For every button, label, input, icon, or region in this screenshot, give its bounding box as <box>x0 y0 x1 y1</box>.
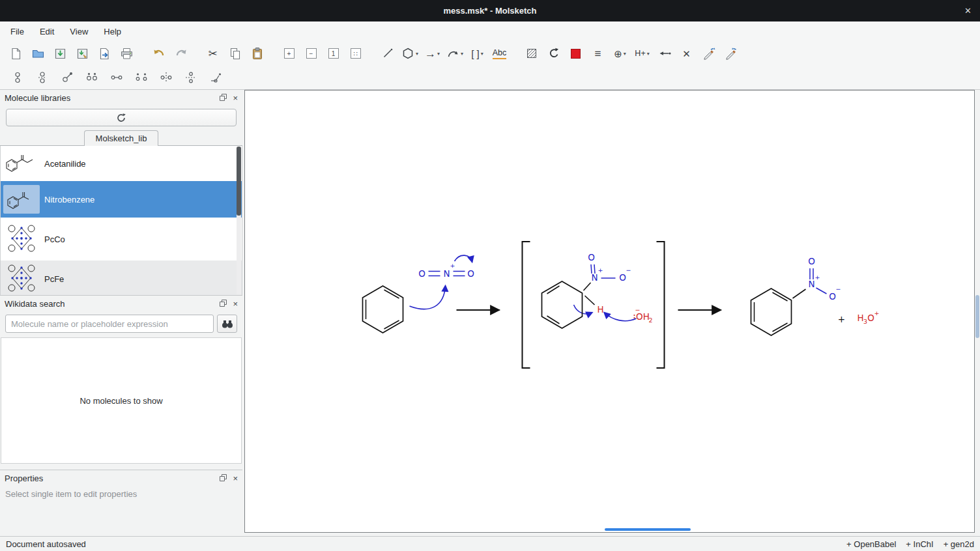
paste-button[interactable] <box>249 45 265 62</box>
redo-button[interactable] <box>173 45 189 62</box>
window-close-button[interactable]: ✕ <box>964 0 972 21</box>
ring-tool-button[interactable]: ▾ <box>401 45 418 62</box>
nitrobenzene-product[interactable]: O N + O − <box>751 256 841 335</box>
close-dock-button[interactable]: × <box>233 299 238 309</box>
split-molecule-button[interactable] <box>34 69 50 86</box>
mechanism-arrow-button[interactable]: ▾ <box>446 45 463 62</box>
vertical-scrollbar-handle[interactable] <box>975 295 979 338</box>
bracket-tool-button[interactable]: [ ]▾ <box>469 45 485 62</box>
zoom-out-button[interactable]: − <box>303 45 319 62</box>
save-button[interactable] <box>52 45 68 62</box>
charge-button[interactable]: ⊕▾ <box>612 45 628 62</box>
refresh-libraries-button[interactable] <box>6 109 237 126</box>
list-item-nitrobenzene[interactable]: Nitrobenzene <box>1 181 242 218</box>
lone-pair-icon <box>658 49 671 57</box>
save-as-button[interactable] <box>74 45 91 62</box>
library-list[interactable]: Acetanilide Nitrobenzene <box>0 146 242 295</box>
copy-button[interactable] <box>227 45 243 62</box>
nitronium-ion[interactable]: O N + O <box>418 262 474 279</box>
drawing-canvas[interactable]: O N + O <box>244 90 975 533</box>
float-dock-button[interactable] <box>220 93 227 103</box>
float-dock-icon <box>220 300 227 307</box>
flip-vertical-icon <box>184 70 198 85</box>
charge-label-plus: + <box>815 274 820 281</box>
electron-arrow[interactable] <box>410 286 446 309</box>
list-item-pcfe[interactable]: PcFe <box>1 261 242 295</box>
subscript-two: 2 <box>648 317 652 324</box>
draw-bond-button[interactable] <box>379 45 396 62</box>
swap-fragments-button[interactable] <box>83 69 100 86</box>
atom-label-o: O <box>418 268 425 279</box>
main-toolbar: ✂ + − 1 ∷ ▾ →▾ ▾ [ ]▾ Abc ≡ ⊕▾ H+▾ ✕ <box>0 41 980 66</box>
export-button[interactable] <box>96 45 113 62</box>
cut-button[interactable]: ✂ <box>205 45 221 62</box>
dropdown-arrow-icon[interactable]: ▾ <box>481 51 483 57</box>
separate-atoms-button[interactable] <box>133 69 149 86</box>
close-dock-button[interactable]: × <box>233 93 238 103</box>
zoom-fit-button[interactable]: ∷ <box>347 45 364 62</box>
dropdown-arrow-icon[interactable]: ▾ <box>416 51 418 57</box>
hydrogen-button[interactable]: H+▾ <box>634 45 650 62</box>
zoom-original-button[interactable]: 1 <box>325 45 341 62</box>
merge-molecules-icon <box>10 70 25 85</box>
molecule-thumbnail <box>3 225 40 253</box>
horizontal-scrollbar-handle[interactable] <box>605 528 691 531</box>
float-dock-button[interactable] <box>220 473 227 483</box>
list-item-acetanilide[interactable]: Acetanilide <box>1 146 242 181</box>
arrow-tool-button[interactable]: →▾ <box>424 45 440 62</box>
new-document-button[interactable] <box>8 45 24 62</box>
atom-label-h: H <box>597 304 603 315</box>
canvas-wrapper: O N + O <box>242 90 980 536</box>
auto-layout-button[interactable] <box>723 45 739 62</box>
flip-horizontal-button[interactable] <box>158 69 174 86</box>
paste-icon <box>251 47 264 61</box>
menu-edit[interactable]: Edit <box>32 24 62 39</box>
electron-arrow[interactable] <box>574 305 592 314</box>
scrollbar-handle[interactable] <box>237 147 241 216</box>
dropdown-arrow-icon[interactable]: ▾ <box>647 51 650 57</box>
dropdown-arrow-icon[interactable]: ▾ <box>437 51 440 57</box>
list-item-pcco[interactable]: PcCo <box>1 218 242 261</box>
menu-view[interactable]: View <box>62 24 96 39</box>
float-dock-button[interactable] <box>220 299 227 309</box>
wikidata-search-button[interactable] <box>217 315 237 333</box>
text-tool-button[interactable]: Abc <box>491 45 508 62</box>
flip-vertical-button[interactable] <box>182 69 199 86</box>
rotate-button[interactable] <box>545 45 562 62</box>
bond-angle-button[interactable] <box>207 69 223 86</box>
library-list-scrollbar[interactable] <box>237 147 241 294</box>
dropdown-arrow-icon[interactable]: ▾ <box>461 51 463 57</box>
reactant-benzene[interactable] <box>363 286 403 333</box>
zoom-in-button[interactable]: + <box>281 45 297 62</box>
copy-icon <box>229 47 242 61</box>
color-button[interactable] <box>568 45 584 62</box>
electron-arrow[interactable] <box>605 313 637 321</box>
open-file-button[interactable] <box>30 45 46 62</box>
line-width-button[interactable]: ≡ <box>590 45 606 62</box>
bracket-right[interactable] <box>657 242 665 368</box>
left-dock-column: Molecule libraries × Molsketch_lib <box>0 90 242 536</box>
lone-pair-button[interactable] <box>656 45 672 62</box>
hydronium-ion[interactable]: H 3 O + <box>857 309 879 325</box>
electron-system-button[interactable] <box>523 45 540 62</box>
add-ligand-button[interactable] <box>59 69 75 86</box>
bracket-left[interactable] <box>523 242 530 368</box>
menu-help[interactable]: Help <box>96 24 129 39</box>
dropdown-arrow-icon[interactable]: ▾ <box>624 51 626 57</box>
print-button[interactable] <box>119 45 135 62</box>
empty-results-text: No molecules to show <box>79 396 162 406</box>
bond-length-button[interactable] <box>108 69 124 86</box>
tab-molsketch-lib[interactable]: Molsketch_lib <box>84 130 159 146</box>
menu-file[interactable]: File <box>3 24 32 39</box>
electron-arrow[interactable] <box>455 255 472 262</box>
delete-button[interactable]: ✕ <box>678 45 695 62</box>
undo-button[interactable] <box>151 45 167 62</box>
water-nucleophile[interactable]: OH 2 − <box>633 306 652 324</box>
wikidata-search-input[interactable] <box>5 315 214 333</box>
merge-molecules-button[interactable] <box>9 69 25 86</box>
list-item-label: Nitrobenzene <box>44 195 94 205</box>
close-dock-button[interactable]: × <box>233 473 238 483</box>
arenium-intermediate[interactable]: O N + O − H <box>542 252 631 328</box>
hatch-pattern-icon <box>525 47 538 60</box>
optimize-structure-button[interactable] <box>700 45 717 62</box>
